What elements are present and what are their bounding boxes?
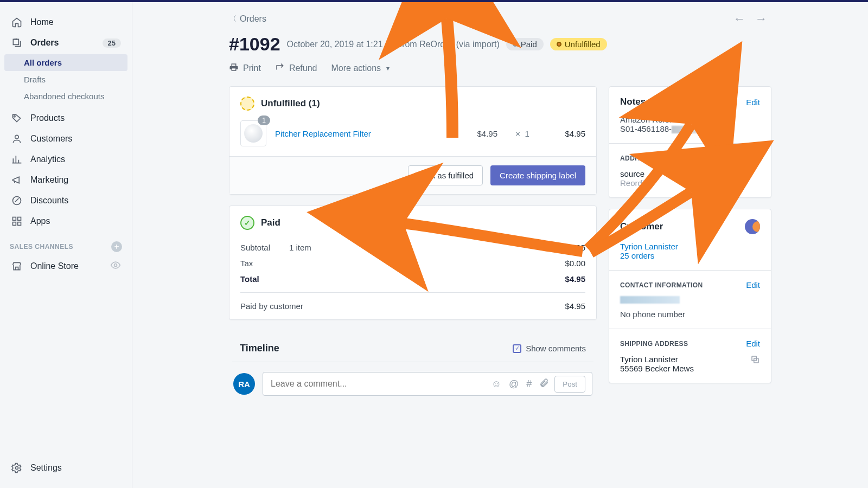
paid-status-icon: ✓ xyxy=(240,216,254,230)
nav-orders[interactable]: Orders 25 xyxy=(2,33,130,53)
payment-title: Paid xyxy=(261,217,280,228)
nav-products[interactable]: Products xyxy=(2,108,130,129)
more-actions-button[interactable]: More actions ▾ xyxy=(331,63,390,73)
svg-rect-6 xyxy=(18,222,21,226)
svg-rect-5 xyxy=(13,222,16,226)
tax-label: Tax xyxy=(240,259,289,268)
emoji-icon[interactable]: ☺ xyxy=(492,378,501,390)
customer-orders-link[interactable]: 25 orders xyxy=(620,251,654,260)
breadcrumb-label: Orders xyxy=(240,14,266,24)
main-content: 〈 Orders ← → #1092 October 20, 2019 at 1… xyxy=(132,2,868,488)
print-icon xyxy=(229,62,239,74)
shipping-line1: 55569 Becker Mews xyxy=(620,364,694,373)
svg-point-7 xyxy=(114,264,117,267)
view-store-icon[interactable] xyxy=(110,260,121,273)
sales-channels-label: SALES CHANNELS xyxy=(10,243,73,251)
dot-icon xyxy=(513,42,518,47)
contact-info-title: CONTACT INFORMATION xyxy=(620,281,703,289)
comment-input[interactable] xyxy=(270,378,492,389)
add-channel-button[interactable]: ＋ xyxy=(111,241,122,252)
order-subtitle: October 20, 2019 at 1:21 am from ReOrdif… xyxy=(287,40,500,49)
discount-icon xyxy=(11,195,23,207)
subtotal-label: Subtotal xyxy=(240,243,289,252)
customer-name-link[interactable]: Tyrion Lannister xyxy=(620,242,678,251)
nav-online-store-label: Online Store xyxy=(30,261,79,271)
nav-marketing[interactable]: Marketing xyxy=(2,170,130,190)
line-item-qty-badge: 1 xyxy=(258,115,270,125)
customer-title: Customer xyxy=(620,221,663,232)
timeline-section: Timeline ✓ Show comments RA xyxy=(229,331,597,396)
nav-apps-label: Apps xyxy=(30,216,50,226)
contact-edit-button[interactable]: Edit xyxy=(746,280,760,290)
hashtag-icon[interactable]: # xyxy=(526,378,532,390)
svg-point-8 xyxy=(16,467,18,470)
checkbox-icon: ✓ xyxy=(513,344,521,353)
line-item-total: $4.95 xyxy=(547,129,585,138)
ring-icon xyxy=(557,42,561,47)
next-order-button[interactable]: → xyxy=(755,12,767,26)
tag-icon xyxy=(11,112,23,124)
nav-customers-label: Customers xyxy=(30,134,72,144)
paid-by-value: $4.95 xyxy=(565,301,585,311)
nav-customers[interactable]: Customers xyxy=(2,129,130,149)
notes-line1: Amazon Reference ID: xyxy=(620,115,760,124)
tax-value: $0.00 xyxy=(565,259,585,268)
timeline-title: Timeline xyxy=(240,343,279,354)
chevron-left-icon: 〈 xyxy=(229,14,237,24)
paid-by-label: Paid by customer xyxy=(240,301,303,311)
nav-settings[interactable]: Settings xyxy=(2,458,130,478)
nav-online-store[interactable]: Online Store xyxy=(2,255,130,277)
user-avatar: RA xyxy=(233,373,255,395)
unfulfilled-status-icon xyxy=(240,97,254,111)
orders-count-badge: 25 xyxy=(103,38,121,48)
nav-home-label: Home xyxy=(30,17,54,27)
subnav-abandoned[interactable]: Abandoned checkouts xyxy=(4,88,127,105)
subnav-drafts[interactable]: Drafts xyxy=(4,71,127,88)
orders-icon xyxy=(11,37,23,49)
customer-avatar-icon xyxy=(745,219,760,234)
nav-analytics-label: Analytics xyxy=(30,155,65,164)
details-edit-button[interactable]: Edit xyxy=(746,153,760,163)
create-shipping-label-button[interactable]: Create shipping label xyxy=(490,165,585,185)
post-button[interactable]: Post xyxy=(554,376,585,393)
nav-analytics[interactable]: Analytics xyxy=(2,149,130,170)
line-item: 1 Pitcher Replacement Filter $4.95 × 1 $… xyxy=(229,120,596,156)
shipping-address-title: SHIPPING ADDRESS xyxy=(620,340,688,348)
customer-email-redacted xyxy=(620,296,680,304)
comment-box: ☺ @ # Post xyxy=(263,372,592,396)
nav-home[interactable]: Home xyxy=(2,12,130,33)
store-icon xyxy=(11,260,23,272)
svg-rect-3 xyxy=(13,217,16,221)
prev-order-button[interactable]: ← xyxy=(733,12,745,26)
mention-icon[interactable]: @ xyxy=(509,378,519,390)
payment-card: ✓ Paid Subtotal 1 item $4.95 Tax $0 xyxy=(229,206,597,320)
shipping-edit-button[interactable]: Edit xyxy=(746,339,760,348)
analytics-icon xyxy=(11,153,23,165)
nav-discounts-label: Discounts xyxy=(30,196,68,206)
notes-edit-button[interactable]: Edit xyxy=(746,98,760,107)
nav-products-label: Products xyxy=(30,113,65,123)
subtotal-items: 1 item xyxy=(289,243,311,252)
show-comments-toggle[interactable]: ✓ Show comments xyxy=(513,344,586,353)
nav-apps[interactable]: Apps xyxy=(2,211,130,232)
print-button[interactable]: Print xyxy=(229,62,261,74)
refund-button[interactable]: Refund xyxy=(275,62,317,74)
copy-address-icon[interactable] xyxy=(750,355,760,366)
sales-channels-header: SALES CHANNELS ＋ xyxy=(0,232,132,255)
apps-icon xyxy=(11,215,23,227)
home-icon xyxy=(11,16,23,28)
additional-details-title: ADDITIONAL DETAILS xyxy=(620,155,693,162)
svg-rect-4 xyxy=(18,217,21,221)
line-item-qty: × 1 xyxy=(506,129,539,138)
status-badge-unfulfilled: Unfulfilled xyxy=(550,38,607,50)
caret-down-icon: ▾ xyxy=(386,65,390,72)
subnav-all-orders[interactable]: All orders xyxy=(4,54,127,71)
line-item-name[interactable]: Pitcher Replacement Filter xyxy=(275,129,371,138)
customer-card: Customer Tyrion Lannister 25 orders xyxy=(609,209,771,383)
mark-fulfilled-button[interactable]: Mark as fulfilled xyxy=(408,165,483,185)
attachment-icon[interactable] xyxy=(539,378,549,390)
breadcrumb[interactable]: 〈 Orders xyxy=(229,14,266,24)
fulfillment-card: Unfulfilled (1) 1 Pitcher Replacement Fi… xyxy=(229,86,597,195)
nav-discounts[interactable]: Discounts xyxy=(2,190,130,211)
customer-icon xyxy=(11,133,23,145)
